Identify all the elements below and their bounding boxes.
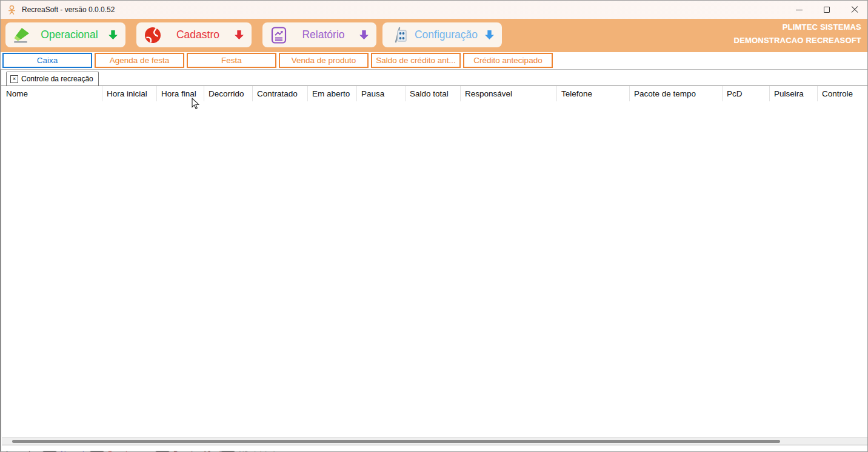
recreasoft-window: { "titlebar": { "title": "RecreaSoft - v…	[0, 0, 868, 452]
grid-header: Nome Hora inicial Hora final Decorrido C…	[2, 86, 868, 101]
ribbon: Operacional Cadastro Relatório	[1, 19, 868, 52]
maximize-icon	[824, 7, 830, 13]
ribbon-tab-operacional[interactable]: Operacional	[5, 22, 125, 47]
subtab-caixa[interactable]: Caixa	[2, 53, 92, 68]
highlighter-icon	[13, 26, 31, 44]
window-controls	[785, 1, 868, 19]
scrollbar-thumb[interactable]	[12, 440, 780, 443]
legend-label-normal: Normal	[61, 450, 84, 452]
titlebar: RecreaSoft - versão 0.0.0.52	[1, 1, 868, 19]
brand-line1: PLIMTEC SISTEMAS	[734, 21, 861, 34]
ribbon-tab-label: Cadastro	[162, 29, 234, 41]
subtab-row: Caixa Agenda de festa Festa Venda de pro…	[1, 52, 868, 69]
column-header-responsavel[interactable]: Responsável	[461, 86, 557, 101]
ribbon-tab-relatorio[interactable]: Relatório	[262, 22, 376, 47]
column-header-nome[interactable]: Nome	[2, 86, 102, 101]
legend-label-parado: Parado	[108, 450, 149, 452]
minimize-icon	[796, 10, 803, 10]
close-icon	[851, 6, 858, 13]
maximize-button[interactable]	[813, 1, 841, 19]
domino-icon	[390, 26, 408, 44]
subtab-credito-antecipado[interactable]: Crédito antecipado	[463, 53, 553, 68]
brand-line2: DEMONSTRACAO RECREASOFT	[734, 34, 861, 47]
column-header-controle[interactable]: Controle	[818, 86, 868, 101]
brand-text: PLIMTEC SISTEMAS DEMONSTRACAO RECREASOFT	[734, 21, 861, 47]
tab-controle-da-recreacao[interactable]: × Controle da recreação	[6, 72, 99, 86]
ribbon-tab-configuracao[interactable]: Configuração	[382, 22, 502, 47]
column-header-pausa[interactable]: Pausa	[357, 86, 406, 101]
content-panel: × Controle da recreação Nome Hora inicia…	[1, 69, 868, 452]
column-header-em-aberto[interactable]: Em aberto	[308, 86, 357, 101]
subtab-agenda-de-festa[interactable]: Agenda de festa	[95, 53, 184, 68]
column-header-pacote-de-tempo[interactable]: Pacote de tempo	[630, 86, 723, 101]
chevron-down-icon	[108, 30, 118, 40]
column-header-pulseira[interactable]: Pulseira	[770, 86, 818, 101]
column-header-hora-final[interactable]: Hora final	[157, 86, 204, 101]
subtab-venda-de-produto[interactable]: Venda de produto	[279, 53, 369, 68]
status-legend: Legenda: Normal Parado Parado +10 min Nã…	[2, 447, 868, 452]
chevron-down-icon	[234, 30, 244, 40]
gingerbread-icon	[7, 5, 17, 15]
column-header-telefone[interactable]: Telefone	[557, 86, 630, 101]
ribbon-tab-label: Operacional	[31, 29, 108, 41]
close-button[interactable]	[841, 1, 868, 19]
report-chart-icon	[270, 26, 288, 44]
minimize-button[interactable]	[785, 1, 813, 19]
column-header-saldo-total[interactable]: Saldo total	[406, 86, 461, 101]
column-header-hora-inicial[interactable]: Hora inicial	[102, 86, 157, 101]
ribbon-tab-label: Relatório	[288, 29, 359, 41]
ribbon-tab-cadastro[interactable]: Cadastro	[136, 22, 252, 47]
tab-close-icon[interactable]: ×	[10, 75, 18, 83]
ball-icon	[144, 26, 162, 44]
ribbon-tab-label: Configuração	[408, 29, 484, 41]
column-header-pcd[interactable]: PcD	[723, 86, 770, 101]
chevron-down-icon	[359, 30, 369, 40]
window-title: RecreaSoft - versão 0.0.0.52	[22, 5, 115, 14]
legend-label-nao-iniciado: Não iniciado	[239, 450, 279, 452]
column-header-decorrido[interactable]: Decorrido	[204, 86, 253, 101]
column-header-contratado[interactable]: Contratado	[253, 86, 308, 101]
legend-title: Legenda:	[6, 450, 36, 452]
chevron-down-icon	[484, 30, 495, 40]
horizontal-scrollbar[interactable]	[2, 437, 868, 445]
subtab-festa[interactable]: Festa	[187, 53, 276, 68]
legend-label-parado-longo: Parado +10 min	[173, 450, 215, 452]
tab-label: Controle da recreação	[21, 75, 93, 83]
subtab-saldo-de-credito[interactable]: Saldo de crédito ant...	[371, 53, 461, 68]
